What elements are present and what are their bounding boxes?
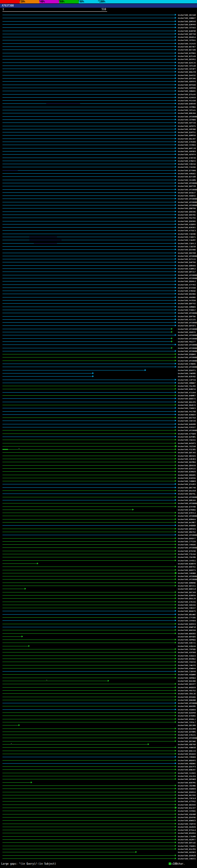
hit-row[interactable]: UniRef100_Q8U762 <box>0 530 197 534</box>
hit-label[interactable]: UniRef100_Q9VYR8 <box>178 252 196 254</box>
hit-row[interactable]: UniRef100_B674E7 <box>0 45 197 48</box>
hit-row[interactable]: UniRef100_C6TLG9 <box>0 64 197 67</box>
hit-label[interactable]: UniRef100_A9TKT5 <box>178 125 196 127</box>
hit-label[interactable]: UniRef100_UPI0000... <box>178 198 197 200</box>
hit-label[interactable]: UniRef100_A9UON5 <box>178 296 196 299</box>
hit-label[interactable]: UniRef100_A9TKT4 <box>178 153 196 156</box>
hit-label[interactable]: UniRef100_B9YGR5 <box>178 636 196 638</box>
hit-row[interactable]: UniRef100_B8LWW2 <box>0 613 197 616</box>
hit-row[interactable]: UniRef100_Q6FLB2 <box>0 841 197 844</box>
hit-row[interactable]: UniRef100_B2RYB2 <box>0 375 197 378</box>
hit-label[interactable]: UniRef100_A213J5 <box>178 318 196 321</box>
hit-row[interactable]: UniRef100_B6ECL8 <box>0 588 197 591</box>
hit-label[interactable]: UniRef100_Q66DY7 <box>178 537 196 540</box>
hit-label[interactable]: UniRef100_Q95Y02 <box>178 214 196 216</box>
hit-row[interactable]: UniRef100_C5E3L8 <box>0 797 197 800</box>
hit-label[interactable]: UniRef100_P62793 <box>178 217 196 219</box>
hit-row[interactable]: UniRef100_P29327 <box>0 426 197 429</box>
hit-row[interactable]: UniRef100_B2B034 <box>0 594 197 597</box>
hit-label[interactable]: UniRef100_C5KYZ9 <box>178 420 196 422</box>
hit-label[interactable]: UniRef100_C6TNH0 <box>178 119 196 121</box>
hit-row[interactable]: UniRef100_Q75AL0 <box>0 829 197 832</box>
hit-label[interactable]: UniRef100_B6KTG1 <box>178 566 196 568</box>
hit-row[interactable]: UniRef100_A7EZJ1 <box>0 734 197 737</box>
hit-label[interactable]: UniRef100_B9WJH7 <box>178 769 196 771</box>
hit-row[interactable]: UniRef100_B3RNZ9 <box>0 470 197 473</box>
hit-label[interactable]: UniRef100_Q2FQM1 <box>178 436 196 438</box>
hit-row[interactable]: UniRef100_UPI0000... <box>0 359 197 363</box>
hit-row[interactable]: UniRef100_Q59RZ8 <box>0 854 197 857</box>
hit-row[interactable]: UniRef100_Q08JU5 <box>0 499 197 502</box>
hit-label[interactable]: UniRef100_B4R680 <box>178 423 196 426</box>
hit-label[interactable]: UniRef100_C6JUM9 <box>178 179 196 181</box>
hit-row[interactable]: UniRef100_UPI0000... <box>0 496 197 499</box>
hit-row[interactable]: UniRef100_Q5KJJ4 <box>0 749 197 752</box>
hit-label[interactable]: UniRef100_A3BM13 <box>178 268 196 270</box>
hit-label[interactable]: UniRef100_Q7RRN3 <box>178 509 196 511</box>
hit-row[interactable]: UniRef100_C7TZZ9 <box>0 540 197 543</box>
hit-label[interactable]: UniRef100_Q6SPR3 <box>178 58 196 61</box>
hit-label[interactable]: UniRef100_Q2GPD9 <box>178 712 196 714</box>
hit-row[interactable]: UniRef100_Q2XCJ5 <box>0 61 197 64</box>
hit-row[interactable]: UniRef100_Q6FJH3 <box>0 451 197 454</box>
hit-row[interactable]: UniRef100_A7SGC3 <box>0 229 197 232</box>
hit-row[interactable]: UniRef100_Q7Y0H9 <box>0 169 197 172</box>
hit-row[interactable]: UniRef100_UPI0000... <box>0 343 197 346</box>
hit-row[interactable]: UniRef100_A9NU91 <box>0 90 197 93</box>
hit-row[interactable]: UniRef100_UPI0000... <box>0 204 197 207</box>
hit-label[interactable]: UniRef100_C6ZIU0 <box>178 445 196 448</box>
hit-label[interactable]: UniRef100_Q4YNM5 <box>178 731 196 733</box>
hit-label[interactable]: UniRef100_B4NCV4 <box>178 388 196 391</box>
hit-label[interactable]: UniRef100_B674E7 <box>178 45 196 48</box>
hit-row[interactable]: UniRef100_C6JUM9 <box>0 179 197 182</box>
hit-label[interactable]: UniRef100_Q6BXN8 <box>178 699 196 702</box>
hit-label[interactable]: UniRef100_C5KNI3 <box>178 407 196 409</box>
hit-label[interactable]: UniRef100_Q1TL53 <box>178 258 196 260</box>
hit-row[interactable]: UniRef100_P41798 <box>0 410 197 413</box>
hit-row[interactable]: UniRef100_B4BME7 <box>0 394 197 397</box>
hit-label[interactable]: UniRef100_UPI0000... <box>178 496 197 498</box>
hit-label[interactable]: UniRef100_B9FIJ8 <box>178 147 196 150</box>
hit-row[interactable]: UniRef100_Q5CTG4 <box>0 416 197 420</box>
hit-row[interactable]: UniRef100_Q56FF1 <box>0 369 197 372</box>
hit-label[interactable]: UniRef100_Q8T317 <box>178 271 196 273</box>
hit-label[interactable]: UniRef100_C5DIX2 <box>178 439 196 441</box>
hit-label[interactable]: UniRef100_B6K550 <box>178 629 196 631</box>
hit-row[interactable]: UniRef100_C7YI05 <box>0 616 197 619</box>
hit-row[interactable]: UniRef100_A4R7J1 <box>0 641 197 645</box>
hit-row[interactable]: UniRef100_Q9NEN6 <box>0 581 197 584</box>
hit-label[interactable]: UniRef100_Q9FYS0 <box>178 33 196 35</box>
hit-label[interactable]: UniRef100_C7YI05 <box>178 616 196 619</box>
hit-row[interactable]: UniRef100_Q7ZVU0 <box>0 286 197 289</box>
hit-row[interactable]: UniRef100_Q4YNM5 <box>0 731 197 734</box>
hit-row[interactable]: UniRef100_Q4KTD6 <box>0 261 197 264</box>
hit-label[interactable]: UniRef100_B9GJY8 <box>178 71 196 73</box>
hit-label[interactable]: UniRef100_A7NCW2 <box>178 290 196 292</box>
hit-row[interactable]: ^UniRef100_P32385 <box>0 448 197 451</box>
hit-row[interactable]: UniRef100_C6TEU1 <box>0 39 197 42</box>
hit-row[interactable]: UniRef100_Q9PTB6 <box>0 315 197 318</box>
hit-row[interactable]: UniRef100_Q5E995 <box>0 220 197 223</box>
hit-row[interactable]: UniRef100_A6ZUK3 <box>0 851 197 854</box>
hit-row[interactable]: UniRef100_Q9C6T7 <box>0 683 197 686</box>
hit-label[interactable]: UniRef100_Q2HT51 <box>178 131 196 134</box>
hit-label[interactable]: UniRef100_Q8BT09 <box>178 207 196 210</box>
hit-label[interactable]: UniRef100_Q75C99 <box>178 550 196 552</box>
hit-label[interactable]: UniRef100_A5DVB8 <box>178 813 196 816</box>
hit-label[interactable]: UniRef100_UPI0000... <box>178 737 197 739</box>
hit-row[interactable]: UniRef100_B2Y108 <box>0 175 197 178</box>
hit-row[interactable]: UniRef100_Q5VAN0 <box>0 248 197 251</box>
hit-label[interactable]: UniRef100_A9BK58 <box>178 746 196 749</box>
hit-label[interactable]: UniRef100_Q8U762 <box>178 531 196 533</box>
hit-label[interactable]: UniRef100_C6TMR6 <box>178 106 196 108</box>
hit-label[interactable]: UniRef100_B4SHT3 <box>178 442 196 445</box>
hit-row[interactable]: UniRef100_A7NK85 <box>0 363 197 366</box>
hit-label[interactable]: UniRef100_Q6P7X2 <box>178 302 196 305</box>
hit-row[interactable]: UniRef100_C4R9B9 <box>0 572 197 575</box>
hit-row[interactable]: UniRef100_UPI0000... <box>0 534 197 537</box>
hit-label[interactable]: UniRef100_C7GJ44 <box>178 553 196 555</box>
hit-row[interactable]: UniRef100_Q5QBH3 <box>0 353 197 356</box>
hit-label[interactable]: UniRef100_C6TAU3 <box>178 27 196 29</box>
hit-row[interactable]: UniRef100_Q54U43 <box>0 752 197 755</box>
hit-row[interactable]: UniRef100_A9BK58 <box>0 746 197 749</box>
